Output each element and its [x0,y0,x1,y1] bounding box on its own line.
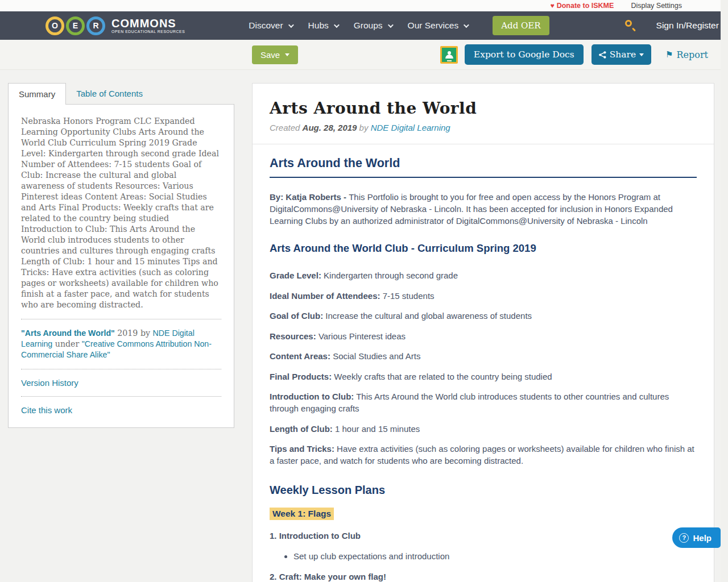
help-button[interactable]: ? Help [672,527,721,548]
section-title: Arts Around the World [270,156,697,178]
summary-text: Nebraska Honors Program CLC Expanded Lea… [21,116,221,310]
work-title-link[interactable]: "Arts Around the World" [21,329,115,338]
week1-highlight: Week 1: Flags [270,508,334,520]
lesson-bullet-list: Set up club expectations and introductio… [293,550,697,562]
top-utility-bar: ♥Donate to ISKME Display Settings [0,0,728,11]
chevron-down-icon [464,22,469,28]
chevron-down-icon [288,22,294,28]
subsection-title: Arts Around the World Club - Curriculum … [270,242,697,255]
nav-menu-item[interactable]: Discover [249,20,292,31]
add-oer-button[interactable]: Add OER [493,16,549,35]
caret-down-icon [639,53,644,56]
nav-menu-item[interactable]: Hubs [308,20,338,31]
share-icon [599,51,606,59]
main-nav: O E R COMMONS OPEN EDUCATIONAL RESOURCES… [0,11,728,40]
heart-icon: ♥ [551,2,555,10]
field-row: Content Areas: Social Studies and Arts [270,350,697,362]
bullet-item: Set up club expectations and introductio… [293,550,697,562]
nav-menu-item[interactable]: Our Services [408,20,468,31]
nav-menu-item[interactable]: Groups [354,20,392,31]
caret-down-icon [285,53,289,56]
resource-body: Arts Around the World By: Katja Roberts … [253,144,714,582]
display-settings-link[interactable]: Display Settings [631,2,682,10]
report-button[interactable]: ⚑Report [665,49,708,60]
field-list: Grade Level: Kindergarten through second… [270,269,697,467]
dotted-divider [21,319,221,319]
google-classroom-button[interactable] [440,46,458,64]
field-row: Ideal Number of Attendees: 7-15 students [270,290,697,302]
page-title: Arts Around the World [270,99,697,118]
dotted-divider [21,369,221,369]
share-button[interactable]: Share [592,44,651,65]
dotted-divider [21,396,221,397]
version-history-link[interactable]: Version History [21,378,221,388]
attribution-text: "Arts Around the World" 2019 by NDE Digi… [21,328,221,360]
search-handle [632,27,636,31]
field-row: Tips and Tricks: Have extra activities (… [270,443,697,467]
sidebar-tabs: Summary Table of Contents [8,83,234,104]
save-button[interactable]: Save [252,45,298,64]
sidebar: Summary Table of Contents Nebraska Honor… [8,83,234,428]
donate-link[interactable]: ♥Donate to ISKME [551,2,614,10]
question-mark-icon: ? [679,533,689,543]
field-row: Final Products: Weekly crafts that are r… [270,371,697,383]
resource-header: Arts Around the World Created Aug. 28, 2… [253,84,714,144]
scrollbar[interactable] [721,0,728,582]
logo-ring-r: R [86,16,105,35]
nav-menu: DiscoverHubsGroupsOur Services [249,20,468,31]
weekly-lesson-plans-title: Weekly Lesson Plans [270,484,697,497]
lesson-item-title: 1. Introduction to Club [270,530,697,542]
field-row: Grade Level: Kindergarten through second… [270,269,697,281]
action-toolbar: Save Export to Google Docs Share ⚑Report [0,40,728,70]
sign-in-register-link[interactable]: Sign In/Register [656,20,719,31]
intro-paragraph: By: Katja Roberts - This Portfolio is br… [270,191,697,227]
toolbar-right-group: Export to Google Docs Share ⚑Report [440,44,708,65]
search-circle [625,20,632,27]
field-row: Resources: Various Pinterest ideas [270,330,697,342]
byline: Created Aug. 28, 2019 by NDE Digital Lea… [270,123,697,132]
logo-ring-o: O [46,16,64,35]
logo-wordmark: COMMONS OPEN EDUCATIONAL RESOURCES [111,18,185,34]
lesson-item-title: 2. Craft: Make your own flag! [270,571,697,582]
field-row: Goal of Club: Increase the cultural and … [270,310,697,322]
main-content-card: Arts Around the World Created Aug. 28, 2… [252,83,714,582]
logo-ring-e: E [66,16,85,35]
flag-icon: ⚑ [665,51,673,59]
oer-commons-logo[interactable]: O E R COMMONS OPEN EDUCATIONAL RESOURCES [46,16,185,35]
chevron-down-icon [334,22,340,28]
byline-author-link[interactable]: NDE Digital Learning [371,123,450,132]
tab-table-of-contents[interactable]: Table of Contents [66,83,153,104]
created-date: Aug. 28, 2019 [303,123,357,132]
tab-summary[interactable]: Summary [8,83,66,105]
cite-this-work-link[interactable]: Cite this work [21,405,221,415]
summary-panel: Nebraska Honors Program CLC Expanded Lea… [8,104,234,428]
field-row: Length of Club: 1 hour and 15 minutes [270,423,697,435]
field-row: Introduction to Club: This Arts Around t… [270,390,697,414]
classroom-person-icon [448,51,451,55]
export-google-docs-button[interactable]: Export to Google Docs [465,44,584,65]
chevron-down-icon [388,22,394,28]
search-icon[interactable] [624,19,637,32]
